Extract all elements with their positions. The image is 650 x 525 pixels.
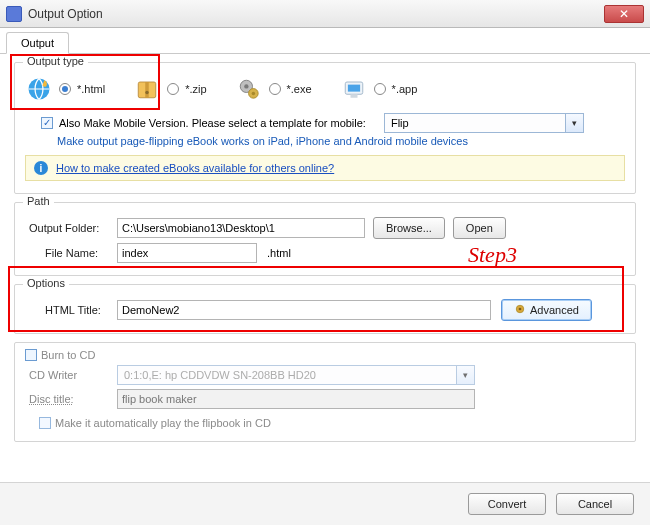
- output-folder-input[interactable]: [117, 218, 365, 238]
- chevron-down-icon[interactable]: ▾: [565, 114, 583, 132]
- info-link[interactable]: How to make created eBooks available for…: [56, 162, 334, 174]
- mobile-version-row: Also Make Mobile Version. Please select …: [41, 113, 625, 133]
- cd-writer-row: CD Writer 0:1:0,E: hp CDDVDW SN-208BB HD…: [25, 365, 625, 385]
- titlebar: Output Option ✕: [0, 0, 650, 28]
- browse-button[interactable]: Browse...: [373, 217, 445, 239]
- mobile-hint-text: Make output page-flipping eBook works on…: [57, 135, 625, 147]
- cd-writer-select: 0:1:0,E: hp CDDVDW SN-208BB HD20 ▾: [117, 365, 475, 385]
- mobile-template-value: Flip: [385, 117, 565, 129]
- disc-title-input: [117, 389, 475, 409]
- advanced-button-label: Advanced: [530, 304, 579, 316]
- options-group: Options HTML Title: Advanced: [14, 284, 636, 334]
- svg-point-7: [251, 92, 255, 96]
- dialog-footer: Convert Cancel: [0, 482, 650, 525]
- burn-group: Burn to CD CD Writer 0:1:0,E: hp CDDVDW …: [14, 342, 636, 442]
- html-title-row: HTML Title: Advanced: [25, 299, 625, 321]
- cd-writer-label: CD Writer: [25, 369, 117, 381]
- zip-icon: [133, 75, 161, 103]
- output-type-app[interactable]: *.app: [340, 75, 418, 103]
- tab-strip: Output: [0, 28, 650, 54]
- svg-rect-2: [145, 82, 149, 98]
- radio-zip-label: *.zip: [185, 83, 206, 95]
- info-bar: i How to make created eBooks available f…: [25, 155, 625, 181]
- open-button[interactable]: Open: [453, 217, 506, 239]
- disc-title-label: Disc title:: [25, 393, 117, 405]
- file-name-ext: .html: [267, 247, 291, 259]
- path-legend: Path: [23, 195, 54, 207]
- options-legend: Options: [23, 277, 69, 289]
- radio-exe-label: *.exe: [287, 83, 312, 95]
- file-name-row: File Name: .html: [25, 243, 625, 263]
- output-type-html[interactable]: *.html: [25, 75, 105, 103]
- output-type-zip[interactable]: *.zip: [133, 75, 206, 103]
- mobile-checkbox-label: Also Make Mobile Version. Please select …: [59, 117, 366, 129]
- window-title: Output Option: [28, 7, 604, 21]
- chevron-down-icon: ▾: [456, 366, 474, 384]
- autoplay-label: Make it automatically play the flipbook …: [55, 417, 271, 429]
- svg-point-12: [519, 308, 522, 311]
- close-button[interactable]: ✕: [604, 5, 644, 23]
- file-name-label: File Name:: [25, 247, 117, 259]
- dialog-body: Output type *.html *.zip: [0, 54, 650, 442]
- radio-html-label: *.html: [77, 83, 105, 95]
- radio-app[interactable]: [374, 83, 386, 95]
- advanced-button[interactable]: Advanced: [501, 299, 592, 321]
- gear-icon: [235, 75, 263, 103]
- file-name-input[interactable]: [117, 243, 257, 263]
- svg-point-5: [244, 84, 248, 88]
- output-type-row: *.html *.zip *.exe *: [25, 73, 625, 109]
- cd-writer-value: 0:1:0,E: hp CDDVDW SN-208BB HD20: [118, 369, 456, 381]
- path-group: Path Output Folder: Browse... Open File …: [14, 202, 636, 276]
- mac-icon: [340, 75, 368, 103]
- mobile-template-select[interactable]: Flip ▾: [384, 113, 584, 133]
- tab-output[interactable]: Output: [6, 32, 69, 54]
- autoplay-row: Make it automatically play the flipbook …: [25, 417, 625, 429]
- output-type-exe[interactable]: *.exe: [235, 75, 312, 103]
- burn-check-row: Burn to CD: [25, 349, 625, 361]
- radio-zip[interactable]: [167, 83, 179, 95]
- globe-icon: [25, 75, 53, 103]
- convert-button[interactable]: Convert: [468, 493, 546, 515]
- html-title-label: HTML Title:: [25, 304, 117, 316]
- burn-checkbox-label: Burn to CD: [41, 349, 95, 361]
- autoplay-checkbox: [39, 417, 51, 429]
- svg-rect-10: [350, 94, 357, 98]
- radio-html[interactable]: [59, 83, 71, 95]
- mobile-checkbox[interactable]: [41, 117, 53, 129]
- svg-rect-9: [347, 85, 359, 92]
- output-folder-row: Output Folder: Browse... Open: [25, 217, 625, 239]
- annotation-step3: Step3: [468, 242, 517, 268]
- advanced-gear-icon: [514, 303, 526, 317]
- cancel-button[interactable]: Cancel: [556, 493, 634, 515]
- radio-app-label: *.app: [392, 83, 418, 95]
- burn-checkbox[interactable]: [25, 349, 37, 361]
- disc-title-row: Disc title:: [25, 389, 625, 409]
- svg-point-3: [145, 91, 149, 95]
- info-icon: i: [34, 161, 48, 175]
- output-type-legend: Output type: [23, 55, 88, 67]
- radio-exe[interactable]: [269, 83, 281, 95]
- html-title-input[interactable]: [117, 300, 491, 320]
- output-type-group: Output type *.html *.zip: [14, 62, 636, 194]
- output-folder-label: Output Folder:: [25, 222, 117, 234]
- app-icon: [6, 6, 22, 22]
